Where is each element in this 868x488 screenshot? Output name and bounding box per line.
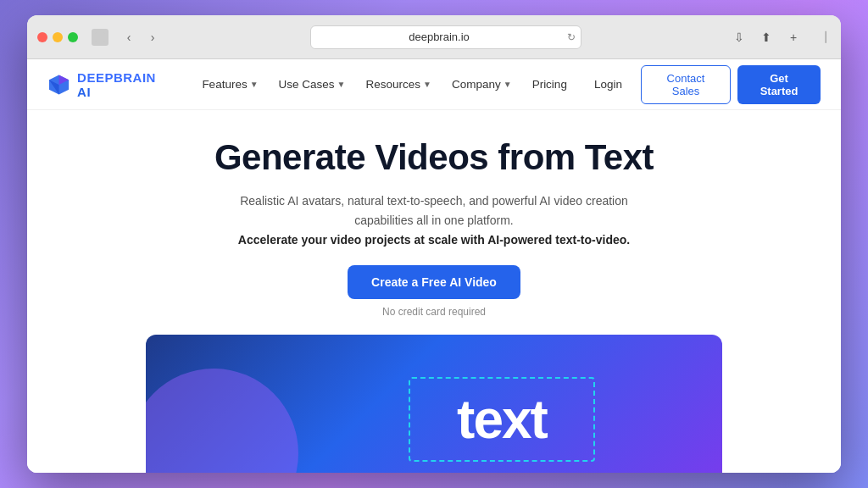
contact-sales-button[interactable]: Contact Sales [641,65,731,104]
nav-arrows: ‹ › [119,27,163,47]
hero-title: Generate Videos from Text [214,137,654,178]
get-started-button[interactable]: Get Started [737,65,821,104]
browser-window: ‹ › ● deepbrain.io ↻ ⇩ ⬆ + ⎹ [27,15,841,473]
hero-subtitle-bold: Accelerate your video projects at scale … [238,233,630,247]
bg-circle [146,369,298,473]
address-bar[interactable]: deepbrain.io ↻ [310,25,581,49]
cta-button[interactable]: Create a Free AI Video [348,265,520,299]
url-text: deepbrain.io [409,30,470,43]
traffic-light-yellow[interactable] [53,32,63,42]
nav-use-cases[interactable]: Use Cases ▼ [270,73,354,96]
svg-rect-0 [95,32,105,42]
address-bar-container: ● deepbrain.io ↻ [170,25,722,49]
nav-pricing[interactable]: Pricing [524,73,576,96]
share-icon[interactable]: ⬆ [756,27,776,47]
page-content: DEEPBRAIN AI Features ▼ Use Cases ▼ Reso… [27,59,841,473]
back-button[interactable]: ‹ [119,27,139,47]
chevron-down-icon: ▼ [337,80,346,89]
nav-company[interactable]: Company ▼ [443,73,520,96]
hero-subtitle: Realistic AI avatars, natural text-to-sp… [214,191,654,230]
forward-button[interactable]: › [142,27,163,47]
nav-right: Login Contact Sales Get Started [582,65,821,104]
sidebar-icon[interactable]: ⎹ [810,27,831,47]
browser-chrome: ‹ › ● deepbrain.io ↻ ⇩ ⬆ + ⎹ [27,15,841,59]
traffic-light-green[interactable] [68,32,78,42]
video-preview: text [146,335,722,473]
tab-icon [92,29,108,46]
login-button[interactable]: Login [582,72,634,97]
download-icon[interactable]: ⇩ [729,27,749,47]
traffic-light-red[interactable] [37,32,47,42]
text-dashed-box: text [409,377,595,462]
navbar: DEEPBRAIN AI Features ▼ Use Cases ▼ Reso… [27,59,841,110]
logo-icon [47,73,70,97]
chevron-down-icon: ▼ [423,80,431,89]
refresh-icon[interactable]: ↻ [567,31,576,43]
nav-links: Features ▼ Use Cases ▼ Resources ▼ Compa… [193,73,576,96]
chevron-down-icon: ▼ [504,80,512,89]
chevron-down-icon: ▼ [250,80,259,89]
logo-area[interactable]: DEEPBRAIN AI [47,70,170,99]
no-credit-card-label: No credit card required [382,306,486,318]
hero-section: Generate Videos from Text Realistic AI a… [27,110,841,473]
browser-actions: ⇩ ⬆ + ⎹ [729,27,831,47]
nav-resources[interactable]: Resources ▼ [358,73,440,96]
nav-features[interactable]: Features ▼ [193,73,266,96]
traffic-lights [37,32,78,42]
logo-text: DEEPBRAIN AI [77,70,170,99]
new-tab-icon[interactable]: + [783,27,804,47]
video-text-label: text [457,388,547,451]
